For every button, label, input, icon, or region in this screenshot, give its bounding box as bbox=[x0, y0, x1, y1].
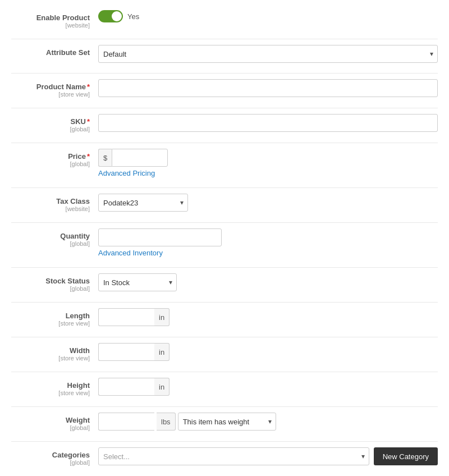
weight-type-select[interactable]: This item has weight This item has no we… bbox=[178, 413, 276, 431]
product-name-label: Product Name* bbox=[11, 83, 90, 91]
length-row: Length [store view] in bbox=[11, 304, 438, 331]
categories-select[interactable]: Select... bbox=[98, 447, 369, 465]
sku-sub: [global] bbox=[11, 126, 90, 132]
price-currency-symbol: $ bbox=[98, 149, 112, 167]
tax-class-select[interactable]: Podatek23 bbox=[98, 194, 188, 212]
weight-unit: lbs bbox=[157, 413, 176, 431]
advanced-inventory-link[interactable]: Advanced Inventory bbox=[98, 249, 163, 257]
price-sub: [global] bbox=[11, 161, 90, 167]
product-name-row: Product Name* [store view] bbox=[11, 75, 438, 102]
weight-label: Weight bbox=[11, 416, 90, 424]
height-label: Height bbox=[11, 381, 90, 390]
length-unit: in bbox=[154, 308, 169, 326]
quantity-row: Quantity [global] Advanced Inventory bbox=[11, 224, 438, 262]
length-label: Length bbox=[11, 312, 90, 320]
categories-row: Categories [global] Select... New Catego… bbox=[11, 443, 438, 470]
width-row: Width [store view] in bbox=[11, 338, 438, 366]
weight-sub: [global] bbox=[11, 424, 90, 431]
enable-product-row: Enable Product [website] Yes bbox=[11, 6, 438, 33]
width-label: Width bbox=[11, 346, 90, 355]
advanced-pricing-link[interactable]: Advanced Pricing bbox=[98, 169, 155, 177]
height-input[interactable] bbox=[98, 378, 154, 396]
product-name-sub: [store view] bbox=[11, 91, 90, 98]
enable-product-sub: [website] bbox=[11, 22, 90, 29]
enable-product-toggle-label: Yes bbox=[127, 12, 139, 21]
length-input[interactable] bbox=[98, 308, 154, 326]
attribute-set-select[interactable]: Default bbox=[98, 45, 438, 63]
height-unit: in bbox=[154, 378, 169, 396]
weight-input[interactable] bbox=[98, 413, 154, 431]
quantity-input[interactable] bbox=[98, 228, 222, 246]
quantity-label: Quantity bbox=[11, 232, 90, 240]
stock-status-select[interactable]: In Stock Out of Stock bbox=[98, 273, 177, 291]
stock-status-sub: [global] bbox=[11, 285, 90, 292]
sku-label: SKU* bbox=[11, 117, 90, 126]
price-input[interactable] bbox=[112, 149, 168, 167]
quantity-sub: [global] bbox=[11, 240, 90, 247]
width-sub: [store view] bbox=[11, 355, 90, 361]
height-sub: [store view] bbox=[11, 390, 90, 396]
new-category-button[interactable]: New Category bbox=[374, 447, 438, 465]
product-name-required: * bbox=[87, 83, 90, 91]
enable-product-toggle[interactable] bbox=[98, 10, 123, 22]
categories-label: Categories bbox=[11, 451, 90, 459]
length-sub: [store view] bbox=[11, 320, 90, 327]
sku-required: * bbox=[87, 117, 90, 126]
product-form: Enable Product [website] Yes Attribute S… bbox=[0, 0, 449, 476]
tax-class-row: Tax Class [website] Podatek23 bbox=[11, 189, 438, 217]
tax-class-label: Tax Class bbox=[11, 197, 90, 205]
sku-row: SKU* [global] bbox=[11, 109, 438, 137]
price-label: Price* bbox=[11, 152, 90, 161]
categories-sub: [global] bbox=[11, 459, 90, 466]
width-unit: in bbox=[154, 343, 169, 361]
attribute-set-label: Attribute Set bbox=[11, 48, 90, 57]
price-required: * bbox=[87, 152, 90, 161]
width-input[interactable] bbox=[98, 343, 154, 361]
tax-class-sub: [website] bbox=[11, 205, 90, 212]
price-row: Price* [global] $ Advanced Pricing bbox=[11, 144, 438, 182]
enable-product-label: Enable Product bbox=[11, 13, 90, 22]
sku-input[interactable] bbox=[98, 114, 438, 132]
height-row: Height [store view] in bbox=[11, 373, 438, 401]
stock-status-label: Stock Status bbox=[11, 277, 90, 285]
attribute-set-row: Attribute Set Default bbox=[11, 40, 438, 67]
product-name-input[interactable] bbox=[98, 79, 438, 97]
weight-row: Weight [global] lbs This item has weight… bbox=[11, 408, 438, 436]
stock-status-row: Stock Status [global] In Stock Out of St… bbox=[11, 269, 438, 296]
